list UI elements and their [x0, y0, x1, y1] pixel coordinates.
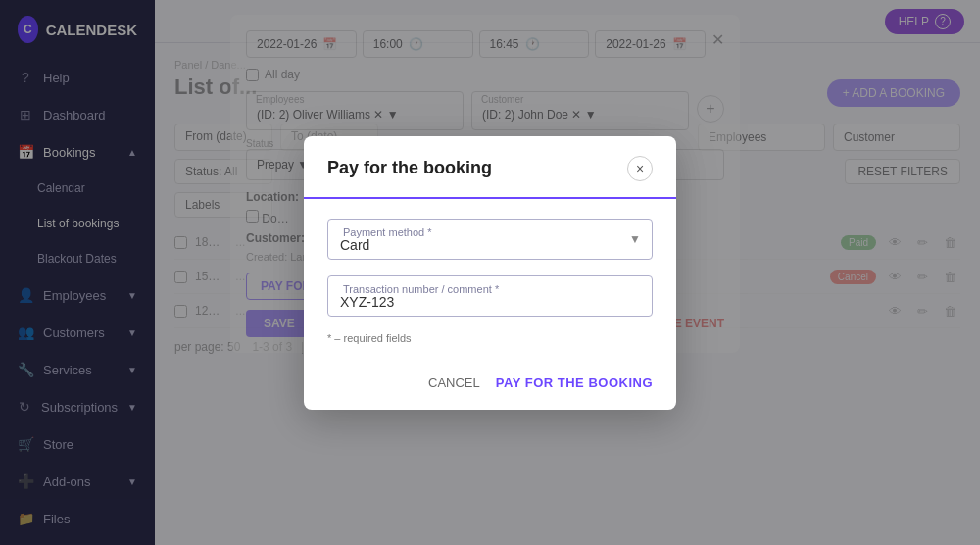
required-note: * – required fields [327, 332, 653, 344]
cancel-label: CANCEL [428, 375, 480, 390]
pay-for-booking-button[interactable]: PAY FOR THE BOOKING [496, 375, 653, 390]
modal-header: Pay for the booking × [304, 136, 676, 199]
transaction-input[interactable] [327, 275, 653, 317]
modal-body: Payment method * Card Cash Transfer Othe… [304, 199, 676, 364]
modal-overlay[interactable]: Pay for the booking × Payment method * C… [0, 0, 980, 545]
pay-booking-modal: Pay for the booking × Payment method * C… [304, 136, 676, 410]
cancel-button[interactable]: CANCEL [428, 375, 480, 390]
transaction-number-field: Transaction number / comment * [327, 275, 653, 317]
pay-label: PAY FOR THE BOOKING [496, 375, 653, 390]
payment-method-select[interactable]: Card Cash Transfer Other [327, 219, 653, 260]
modal-footer: CANCEL PAY FOR THE BOOKING [304, 364, 676, 410]
modal-close-button[interactable]: × [627, 156, 653, 181]
close-icon: × [636, 161, 644, 176]
modal-title: Pay for the booking [327, 158, 492, 178]
payment-method-field: Payment method * Card Cash Transfer Othe… [327, 219, 653, 260]
